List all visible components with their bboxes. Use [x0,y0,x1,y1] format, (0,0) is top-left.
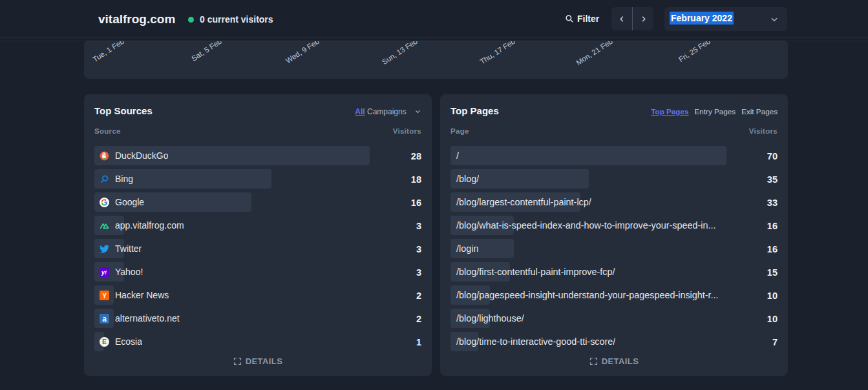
svg-text:a: a [102,314,107,323]
svg-text:y!: y! [101,269,107,276]
svg-text:E: E [102,338,107,345]
svg-text:Y: Y [102,292,107,299]
